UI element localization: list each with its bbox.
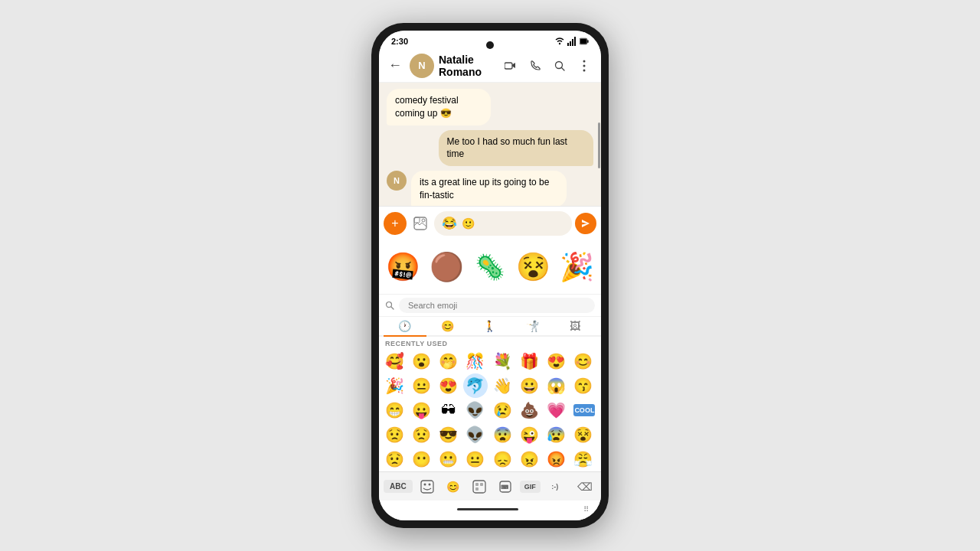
svg-rect-19 [421, 481, 433, 493]
category-smileys[interactable]: 😊 [426, 317, 469, 335]
delete-button[interactable]: ⌫ [573, 476, 596, 497]
compose-input-area[interactable]: 😂 🙂 [434, 211, 572, 236]
gboard-button[interactable]: ⌨ [494, 476, 517, 497]
sticker-3[interactable]: 🦠 [471, 246, 510, 288]
sticker-suggestions-row: 🤬 🟤 🦠 😵 🎉 [379, 240, 601, 295]
gif-button[interactable]: GIF [520, 481, 541, 493]
sticker-1[interactable]: 🤬 [384, 246, 423, 288]
gallery-button[interactable] [410, 213, 431, 234]
emoji-cell[interactable]: 😡 [544, 447, 569, 471]
contact-avatar: N [410, 54, 434, 78]
emoji-cell[interactable]: 👋 [490, 373, 514, 398]
svg-rect-7 [580, 39, 586, 44]
sticker-5[interactable]: 🎉 [557, 246, 596, 288]
svg-rect-6 [587, 40, 589, 43]
emoji-section-label: RECENTLY USED [379, 337, 601, 349]
emoji-cell[interactable]: 👽 [463, 398, 488, 422]
emoji-cell[interactable]: 😟 [409, 422, 433, 447]
svg-line-18 [391, 307, 394, 309]
emoji-search-bar [379, 295, 601, 317]
emoji-cell[interactable]: 😍 [544, 349, 569, 373]
emoji-cell[interactable]: 😱 [544, 373, 569, 398]
emoji-cell[interactable]: 💗 [544, 398, 569, 422]
emoji-cell[interactable]: 😁 [382, 398, 407, 422]
emoticon-button[interactable]: :-) [544, 476, 567, 497]
svg-rect-3 [572, 39, 573, 46]
scrollbar [598, 122, 600, 168]
add-attachment-button[interactable]: + [384, 212, 407, 235]
emoji-cell[interactable]: 💩 [517, 398, 541, 422]
back-button[interactable]: ← [385, 54, 405, 77]
message-text-2: Me too I had so much fun last time [447, 136, 567, 160]
category-activities[interactable]: 🤺 [511, 317, 554, 335]
emoji-cell[interactable]: 💐 [490, 349, 514, 373]
emoji-cell[interactable]: 😟 [382, 422, 407, 447]
category-recent[interactable]: 🕐 [384, 317, 426, 335]
video-call-button[interactable] [500, 55, 521, 77]
keyboard-toggle[interactable]: ⠿ [583, 505, 589, 514]
emoji-keyboard-button[interactable]: 😊 [442, 476, 465, 497]
phone-call-button[interactable] [524, 55, 546, 77]
sticker-4[interactable]: 😵 [514, 246, 553, 288]
search-button[interactable] [549, 55, 570, 77]
emoji-cell[interactable]: 😜 [517, 422, 541, 447]
sender-avatar: N [387, 171, 407, 191]
category-objects[interactable]: 🖼 [554, 317, 596, 335]
emoji-search-icon [385, 301, 394, 310]
svg-rect-1 [567, 43, 569, 46]
emoji-cell-selected[interactable]: 🐬 [463, 373, 488, 398]
emoji-cell[interactable]: 😞 [490, 447, 514, 471]
compose-emoji: 😂 [442, 216, 457, 230]
emoji-search-input[interactable] [399, 298, 595, 313]
emoji-cell[interactable]: 😢 [490, 398, 514, 422]
emoji-cell[interactable]: 🕶 [436, 398, 461, 422]
emoji-cell[interactable]: 👽 [463, 422, 488, 447]
contact-name: Natalie Romano [439, 54, 495, 78]
emoji-cell[interactable]: 😀 [517, 373, 541, 398]
emoji-cell[interactable]: 😮 [409, 349, 433, 373]
home-indicator: ⠿ [379, 500, 601, 520]
emoji-cell[interactable]: 🤭 [436, 349, 461, 373]
nav-bar: ← N Natalie Romano [379, 49, 601, 83]
emoji-cell[interactable]: 🎉 [382, 373, 407, 398]
nav-actions [500, 55, 595, 77]
svg-point-20 [423, 483, 426, 485]
emoji-cell[interactable]: 😨 [490, 422, 514, 447]
emoji-cell[interactable]: 🥰 [382, 349, 407, 373]
emoji-cell[interactable]: 😐 [463, 447, 488, 471]
category-people[interactable]: 🚶 [469, 317, 511, 335]
status-icons [555, 37, 589, 46]
emoji-cell[interactable]: COOL [573, 404, 595, 416]
emoji-cell[interactable]: 😐 [409, 373, 433, 398]
message-bubble-3: its a great line up its going to be fin-… [411, 171, 567, 206]
abc-button[interactable]: ABC [384, 480, 413, 493]
emoji-cell[interactable]: 😰 [544, 422, 569, 447]
signal-icon [567, 37, 577, 46]
svg-rect-23 [475, 483, 479, 486]
message-text-3: its a great line up its going to be fin-… [420, 177, 549, 201]
emoji-cell[interactable]: 😊 [571, 349, 596, 373]
emoji-category-bar: 🕐 😊 🚶 🤺 🖼 [379, 317, 601, 337]
sticker-button[interactable] [468, 476, 491, 497]
phone-device: 2:30 ← N Natal [371, 23, 609, 528]
emoji-cell[interactable]: 😠 [517, 447, 541, 471]
more-options-button[interactable] [573, 55, 595, 77]
sticker-keyboard-button[interactable] [416, 476, 439, 497]
emoji-cell[interactable]: 😶 [409, 447, 433, 471]
emoji-cell[interactable]: 😬 [436, 447, 461, 471]
emoji-picker-icon-compose[interactable]: 🙂 [462, 217, 475, 230]
sticker-2[interactable]: 🟤 [427, 246, 466, 288]
emoji-cell[interactable]: 😛 [409, 398, 433, 422]
emoji-cell[interactable]: 🎁 [517, 349, 541, 373]
svg-point-12 [583, 64, 586, 67]
send-button[interactable] [575, 213, 596, 234]
emoji-cell[interactable]: 😤 [571, 447, 596, 471]
emoji-cell[interactable]: 😙 [571, 373, 596, 398]
emoji-grid: 🥰 😮 🤭 🎊 💐 🎁 😍 😊 🎉 😐 😍 🐬 👋 😀 😱 😙 😁 😛 [379, 349, 601, 471]
emoji-cell[interactable]: 😟 [382, 447, 407, 471]
emoji-cell[interactable]: 😍 [436, 373, 461, 398]
emoji-cell[interactable]: 😎 [436, 422, 461, 447]
emoji-cell[interactable]: 🎊 [463, 349, 488, 373]
emoji-cell[interactable]: 😵 [571, 422, 596, 447]
status-time: 2:30 [391, 37, 408, 46]
